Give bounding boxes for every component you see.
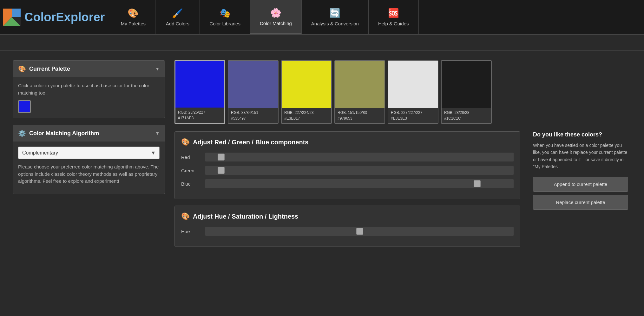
color-tile-swatch-1	[228, 61, 278, 108]
palette-row: RGB: 23/26/227 #171AE3 RGB: 83/84/151 #5…	[174, 60, 631, 124]
color-tile-rgb-2: RGB: 227/224/23	[284, 110, 329, 115]
rgb-adjust-title: 🎨 Adjust Red / Green / Blue components	[181, 138, 514, 146]
current-palette-box: 🎨 Current Palette ▼ Click a color in you…	[13, 60, 165, 118]
color-tile-swatch-2	[282, 61, 331, 108]
color-tile-hex-0: #171AE3	[178, 115, 222, 121]
info-text: When you have settled on a color palette…	[533, 142, 628, 170]
color-tile-swatch-3	[335, 61, 384, 108]
adjustments-column: 🎨 Adjust Red / Green / Blue components R…	[174, 131, 520, 247]
green-slider-row: Green	[181, 166, 514, 175]
algorithm-select-wrapper: Complementary Analogous Triadic Split-Co…	[18, 147, 160, 159]
red-slider-track[interactable]	[205, 153, 514, 161]
nav-item-my-palettes[interactable]: 🎨 My Palettes	[111, 0, 155, 34]
info-title: Do you like these colors?	[533, 131, 628, 138]
color-tile-info-3: RGB: 151/150/83 #979653	[335, 108, 384, 123]
left-panel: 🎨 Current Palette ▼ Click a color in you…	[13, 60, 165, 247]
hue-slider-track[interactable]	[205, 227, 514, 236]
hsl-adjust-title: 🎨 Adjust Hue / Saturation / Lightness	[181, 212, 514, 221]
color-tile-info-2: RGB: 227/224/23 #E3E017	[282, 108, 331, 123]
nav-label-add-colors: Add Colors	[166, 21, 189, 26]
color-tile-5[interactable]: RGB: 28/28/28 #1C1C1C	[441, 60, 492, 124]
color-tile-swatch-4	[388, 61, 438, 108]
current-palette-header: 🎨 Current Palette ▼	[13, 61, 165, 77]
color-tile-1[interactable]: RGB: 83/84/151 #535497	[228, 60, 279, 124]
replace-palette-button[interactable]: Replace current palette	[533, 195, 628, 210]
side-info-panel: Do you like these colors? When you have …	[530, 131, 631, 247]
color-tile-hex-3: #979653	[338, 115, 382, 121]
right-panel: RGB: 23/26/227 #171AE3 RGB: 83/84/151 #5…	[174, 60, 631, 247]
algorithm-header: ⚙️ Color Matching Algorithm ▼	[13, 125, 165, 142]
current-palette-body: Click a color in your palette to use it …	[13, 77, 165, 118]
blue-label: Blue	[181, 181, 200, 187]
nav-item-analysis-conversion[interactable]: 🔄 Analysis & Conversion	[302, 0, 369, 34]
nav-label-color-libraries: Color Libraries	[209, 21, 240, 26]
nav-item-color-matching[interactable]: 🌸 Color Matching	[250, 0, 302, 34]
hue-label: Hue	[181, 229, 200, 234]
algorithm-select[interactable]: Complementary Analogous Triadic Split-Co…	[18, 147, 160, 159]
hue-slider-thumb	[356, 228, 363, 235]
color-tile-swatch-5	[442, 61, 491, 108]
brush-icon: 🖌️	[172, 8, 183, 18]
green-slider-thumb	[218, 167, 225, 174]
green-slider-track[interactable]	[205, 166, 514, 175]
current-color-swatch[interactable]	[18, 100, 31, 113]
palette-collapse-arrow[interactable]: ▼	[155, 66, 160, 71]
logo: ColorExplorer	[3, 9, 105, 26]
palette-icon: 🎨	[128, 8, 139, 18]
color-tile-rgb-0: RGB: 23/26/227	[178, 109, 222, 115]
color-tile-hex-1: #535497	[231, 115, 275, 121]
color-tile-hex-5: #1C1C1C	[444, 115, 489, 121]
red-slider-thumb	[218, 154, 225, 161]
color-tile-hex-2: #E3E017	[284, 115, 329, 121]
algorithm-collapse-arrow[interactable]: ▼	[155, 131, 160, 136]
color-tile-rgb-1: RGB: 83/84/151	[231, 110, 275, 115]
color-tile-2[interactable]: RGB: 227/224/23 #E3E017	[281, 60, 332, 124]
algorithm-desc: Please choose your preferred color match…	[18, 163, 160, 185]
color-tile-rgb-5: RGB: 28/28/28	[444, 110, 489, 115]
hsl-icon: 🎨	[181, 212, 190, 221]
sub-header	[0, 35, 644, 51]
nav-label-color-matching: Color Matching	[260, 21, 292, 26]
help-icon: 🆘	[388, 8, 399, 18]
color-tile-0[interactable]: RGB: 23/26/227 #171AE3	[174, 60, 225, 124]
palette-header-icon: 🎨	[18, 65, 26, 73]
logo-icon	[3, 9, 21, 26]
logo-text: ColorExplorer	[24, 10, 105, 24]
color-tile-info-1: RGB: 83/84/151 #535497	[228, 108, 278, 123]
color-tile-info-0: RGB: 23/26/227 #171AE3	[175, 108, 224, 123]
svg-rect-2	[12, 9, 21, 17]
color-tile-4[interactable]: RGB: 227/227/227 #E3E3E3	[388, 60, 438, 124]
rgb-icon: 🎨	[181, 138, 190, 146]
blue-slider-thumb	[474, 180, 481, 187]
main-content: 🎨 Current Palette ▼ Click a color in you…	[0, 51, 644, 256]
current-palette-desc: Click a color in your palette to use it …	[18, 82, 160, 96]
algorithm-body: Complementary Analogous Triadic Split-Co…	[13, 142, 165, 194]
color-tile-info-4: RGB: 227/227/227 #E3E3E3	[388, 108, 438, 123]
books-icon: 🎭	[220, 8, 231, 18]
blue-slider-track[interactable]	[205, 179, 514, 188]
color-tile-rgb-4: RGB: 227/227/227	[391, 110, 435, 115]
hue-slider-row: Hue	[181, 227, 514, 236]
append-palette-button[interactable]: Append to current palette	[533, 177, 628, 192]
color-tile-info-5: RGB: 28/28/28 #1C1C1C	[442, 108, 491, 123]
nav-label-analysis-conversion: Analysis & Conversion	[311, 21, 359, 26]
nav-item-add-colors[interactable]: 🖌️ Add Colors	[155, 0, 200, 34]
gear-icon: ⚙️	[18, 129, 26, 137]
algorithm-title: ⚙️ Color Matching Algorithm	[18, 129, 99, 137]
color-tile-hex-4: #E3E3E3	[391, 115, 435, 121]
blue-slider-row: Blue	[181, 179, 514, 188]
color-tile-rgb-3: RGB: 151/150/83	[338, 110, 382, 115]
green-label: Green	[181, 168, 200, 173]
hsl-adjust-section: 🎨 Adjust Hue / Saturation / Lightness Hu…	[174, 206, 520, 247]
color-tile-3[interactable]: RGB: 151/150/83 #979653	[334, 60, 385, 124]
nav-item-color-libraries[interactable]: 🎭 Color Libraries	[200, 0, 250, 34]
bottom-area: 🎨 Adjust Red / Green / Blue components R…	[174, 131, 631, 247]
algorithm-box: ⚙️ Color Matching Algorithm ▼ Complement…	[13, 125, 165, 194]
info-box: Do you like these colors? When you have …	[530, 131, 631, 210]
current-palette-title: 🎨 Current Palette	[18, 65, 70, 73]
analysis-icon: 🔄	[329, 8, 340, 18]
color-tile-swatch-0	[175, 61, 224, 108]
nav-item-help-guides[interactable]: 🆘 Help & Guides	[369, 0, 419, 34]
red-label: Red	[181, 155, 200, 160]
red-slider-row: Red	[181, 153, 514, 161]
